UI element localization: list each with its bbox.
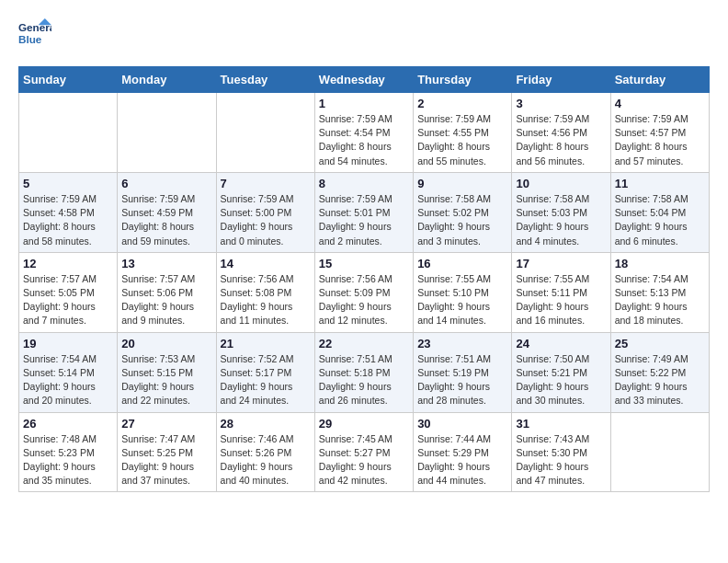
day-info: Sunrise: 7:54 AMSunset: 5:13 PMDaylight:… xyxy=(615,272,705,328)
day-number: 4 xyxy=(615,97,705,110)
calendar-cell: 26Sunrise: 7:48 AMSunset: 5:23 PMDayligh… xyxy=(19,412,118,492)
day-number: 24 xyxy=(516,337,606,350)
day-info: Sunrise: 7:58 AMSunset: 5:04 PMDaylight:… xyxy=(615,192,705,248)
day-info: Sunrise: 7:46 AMSunset: 5:26 PMDaylight:… xyxy=(221,432,311,488)
calendar-cell: 14Sunrise: 7:56 AMSunset: 5:08 PMDayligh… xyxy=(216,252,314,332)
calendar-cell: 3Sunrise: 7:59 AMSunset: 4:56 PMDaylight… xyxy=(512,93,610,173)
day-number: 9 xyxy=(417,177,507,190)
calendar-cell: 16Sunrise: 7:55 AMSunset: 5:10 PMDayligh… xyxy=(414,252,512,332)
calendar-cell: 23Sunrise: 7:51 AMSunset: 5:19 PMDayligh… xyxy=(414,332,512,412)
day-info: Sunrise: 7:54 AMSunset: 5:14 PMDaylight:… xyxy=(23,352,113,408)
logo-icon: General Blue xyxy=(18,18,51,52)
day-number: 3 xyxy=(516,97,606,110)
weekday-header-tuesday: Tuesday xyxy=(216,67,314,93)
calendar-cell xyxy=(216,93,314,173)
day-number: 2 xyxy=(417,97,507,110)
calendar-cell xyxy=(19,93,118,173)
day-info: Sunrise: 7:52 AMSunset: 5:17 PMDaylight:… xyxy=(221,352,311,408)
calendar-week-row: 5Sunrise: 7:59 AMSunset: 4:58 PMDaylight… xyxy=(19,172,710,252)
day-number: 25 xyxy=(615,337,705,350)
day-number: 16 xyxy=(417,257,507,270)
day-info: Sunrise: 7:59 AMSunset: 4:56 PMDaylight:… xyxy=(516,112,606,168)
day-number: 20 xyxy=(121,337,211,350)
calendar-week-row: 12Sunrise: 7:57 AMSunset: 5:05 PMDayligh… xyxy=(19,252,710,332)
day-info: Sunrise: 7:55 AMSunset: 5:11 PMDaylight:… xyxy=(516,272,606,328)
day-number: 7 xyxy=(221,177,311,190)
day-info: Sunrise: 7:43 AMSunset: 5:30 PMDaylight:… xyxy=(516,432,606,488)
day-number: 27 xyxy=(121,417,211,431)
weekday-header-row: SundayMondayTuesdayWednesdayThursdayFrid… xyxy=(19,67,710,93)
day-info: Sunrise: 7:56 AMSunset: 5:09 PMDaylight:… xyxy=(319,272,409,328)
calendar-week-row: 19Sunrise: 7:54 AMSunset: 5:14 PMDayligh… xyxy=(19,332,710,412)
weekday-header-thursday: Thursday xyxy=(414,67,512,93)
day-number: 15 xyxy=(319,257,409,270)
calendar-cell: 27Sunrise: 7:47 AMSunset: 5:25 PMDayligh… xyxy=(118,412,216,492)
calendar-body: 1Sunrise: 7:59 AMSunset: 4:54 PMDaylight… xyxy=(19,93,710,492)
calendar-cell: 25Sunrise: 7:49 AMSunset: 5:22 PMDayligh… xyxy=(610,332,709,412)
calendar-table: SundayMondayTuesdayWednesdayThursdayFrid… xyxy=(18,66,710,492)
day-info: Sunrise: 7:58 AMSunset: 5:02 PMDaylight:… xyxy=(417,192,507,248)
day-info: Sunrise: 7:44 AMSunset: 5:29 PMDaylight:… xyxy=(417,432,507,488)
day-info: Sunrise: 7:50 AMSunset: 5:21 PMDaylight:… xyxy=(516,352,606,408)
day-info: Sunrise: 7:48 AMSunset: 5:23 PMDaylight:… xyxy=(23,432,113,488)
day-number: 1 xyxy=(319,97,409,110)
day-number: 19 xyxy=(23,337,113,350)
calendar-cell: 11Sunrise: 7:58 AMSunset: 5:04 PMDayligh… xyxy=(610,172,709,252)
day-number: 11 xyxy=(615,177,705,190)
calendar-cell: 12Sunrise: 7:57 AMSunset: 5:05 PMDayligh… xyxy=(19,252,118,332)
calendar-cell: 15Sunrise: 7:56 AMSunset: 5:09 PMDayligh… xyxy=(314,252,413,332)
calendar-week-row: 1Sunrise: 7:59 AMSunset: 4:54 PMDaylight… xyxy=(19,93,710,173)
day-number: 5 xyxy=(23,177,113,190)
logo: General Blue xyxy=(18,18,51,52)
weekday-header-monday: Monday xyxy=(118,67,216,93)
day-info: Sunrise: 7:55 AMSunset: 5:10 PMDaylight:… xyxy=(417,272,507,328)
calendar-cell: 31Sunrise: 7:43 AMSunset: 5:30 PMDayligh… xyxy=(512,412,610,492)
calendar-header: SundayMondayTuesdayWednesdayThursdayFrid… xyxy=(19,67,710,93)
weekday-header-sunday: Sunday xyxy=(19,67,118,93)
day-number: 23 xyxy=(417,337,507,350)
day-number: 8 xyxy=(319,177,409,190)
day-number: 30 xyxy=(417,417,507,431)
calendar-cell xyxy=(118,93,216,173)
day-info: Sunrise: 7:59 AMSunset: 5:01 PMDaylight:… xyxy=(319,192,409,248)
calendar-cell: 30Sunrise: 7:44 AMSunset: 5:29 PMDayligh… xyxy=(414,412,512,492)
day-number: 21 xyxy=(221,337,311,350)
calendar-cell: 8Sunrise: 7:59 AMSunset: 5:01 PMDaylight… xyxy=(314,172,413,252)
calendar-cell: 6Sunrise: 7:59 AMSunset: 4:59 PMDaylight… xyxy=(118,172,216,252)
day-number: 28 xyxy=(221,417,311,431)
calendar-cell: 24Sunrise: 7:50 AMSunset: 5:21 PMDayligh… xyxy=(512,332,610,412)
day-info: Sunrise: 7:56 AMSunset: 5:08 PMDaylight:… xyxy=(221,272,311,328)
day-number: 29 xyxy=(319,417,409,431)
calendar-cell: 17Sunrise: 7:55 AMSunset: 5:11 PMDayligh… xyxy=(512,252,610,332)
day-number: 13 xyxy=(121,257,211,270)
day-info: Sunrise: 7:49 AMSunset: 5:22 PMDaylight:… xyxy=(615,352,705,408)
calendar-cell: 1Sunrise: 7:59 AMSunset: 4:54 PMDaylight… xyxy=(314,93,413,173)
day-info: Sunrise: 7:47 AMSunset: 5:25 PMDaylight:… xyxy=(121,432,211,488)
day-info: Sunrise: 7:58 AMSunset: 5:03 PMDaylight:… xyxy=(516,192,606,248)
day-number: 10 xyxy=(516,177,606,190)
day-number: 22 xyxy=(319,337,409,350)
calendar-week-row: 26Sunrise: 7:48 AMSunset: 5:23 PMDayligh… xyxy=(19,412,710,492)
calendar-cell: 5Sunrise: 7:59 AMSunset: 4:58 PMDaylight… xyxy=(19,172,118,252)
day-info: Sunrise: 7:59 AMSunset: 4:54 PMDaylight:… xyxy=(319,112,409,168)
day-number: 31 xyxy=(516,417,606,431)
calendar-cell: 21Sunrise: 7:52 AMSunset: 5:17 PMDayligh… xyxy=(216,332,314,412)
svg-text:Blue: Blue xyxy=(18,33,42,45)
day-info: Sunrise: 7:57 AMSunset: 5:06 PMDaylight:… xyxy=(121,272,211,328)
day-number: 12 xyxy=(23,257,113,270)
calendar-cell: 28Sunrise: 7:46 AMSunset: 5:26 PMDayligh… xyxy=(216,412,314,492)
day-info: Sunrise: 7:51 AMSunset: 5:19 PMDaylight:… xyxy=(417,352,507,408)
day-info: Sunrise: 7:59 AMSunset: 4:59 PMDaylight:… xyxy=(121,192,211,248)
calendar-cell: 2Sunrise: 7:59 AMSunset: 4:55 PMDaylight… xyxy=(414,93,512,173)
calendar-cell: 7Sunrise: 7:59 AMSunset: 5:00 PMDaylight… xyxy=(216,172,314,252)
day-number: 6 xyxy=(121,177,211,190)
calendar-cell: 10Sunrise: 7:58 AMSunset: 5:03 PMDayligh… xyxy=(512,172,610,252)
day-number: 14 xyxy=(221,257,311,270)
day-info: Sunrise: 7:59 AMSunset: 4:57 PMDaylight:… xyxy=(615,112,705,168)
day-info: Sunrise: 7:57 AMSunset: 5:05 PMDaylight:… xyxy=(23,272,113,328)
page-header: General Blue xyxy=(18,18,710,52)
calendar-cell: 18Sunrise: 7:54 AMSunset: 5:13 PMDayligh… xyxy=(610,252,709,332)
calendar-cell: 20Sunrise: 7:53 AMSunset: 5:15 PMDayligh… xyxy=(118,332,216,412)
calendar-cell: 19Sunrise: 7:54 AMSunset: 5:14 PMDayligh… xyxy=(19,332,118,412)
calendar-cell: 29Sunrise: 7:45 AMSunset: 5:27 PMDayligh… xyxy=(314,412,413,492)
